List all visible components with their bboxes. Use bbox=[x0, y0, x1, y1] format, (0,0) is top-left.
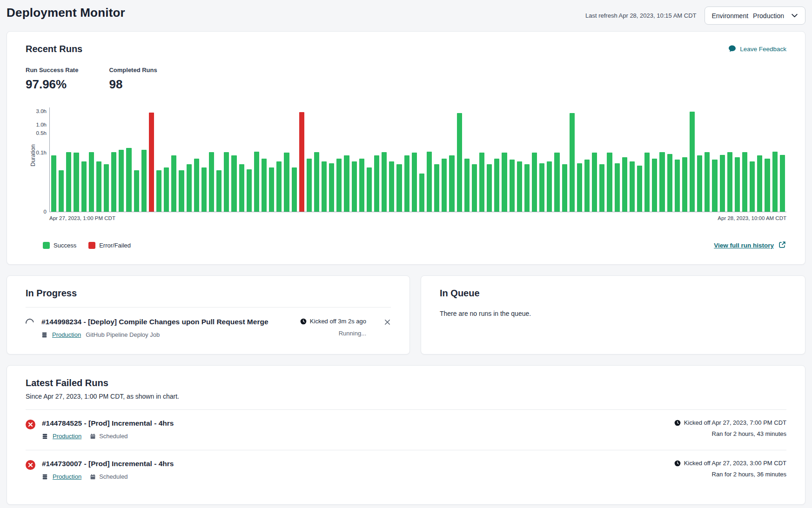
chart-bar-success[interactable] bbox=[502, 153, 507, 212]
chart-bar-success[interactable] bbox=[750, 161, 755, 212]
chart-bar-success[interactable] bbox=[404, 155, 409, 212]
chart-bar-success[interactable] bbox=[682, 157, 687, 212]
chart-bar-success[interactable] bbox=[329, 163, 334, 212]
chart-bar-success[interactable] bbox=[690, 112, 695, 212]
chart-bar-success[interactable] bbox=[652, 159, 657, 212]
chart-bar-success[interactable] bbox=[615, 163, 620, 212]
chart-bar-success[interactable] bbox=[126, 148, 131, 212]
chart-bar-success[interactable] bbox=[201, 167, 207, 212]
chart-bar-success[interactable] bbox=[187, 164, 192, 212]
chart-bar-success[interactable] bbox=[74, 153, 79, 212]
chart-bar-success[interactable] bbox=[344, 155, 349, 212]
chart-bar-success[interactable] bbox=[322, 161, 327, 212]
chart-bar-failed[interactable] bbox=[299, 112, 304, 212]
chart-bar-success[interactable] bbox=[359, 159, 364, 212]
chart-bar-success[interactable] bbox=[119, 150, 124, 212]
chart-bar-success[interactable] bbox=[352, 161, 357, 212]
chart-bar-success[interactable] bbox=[780, 155, 785, 212]
chart-bar-success[interactable] bbox=[412, 153, 417, 212]
chart-bar-success[interactable] bbox=[427, 152, 432, 212]
environment-dropdown[interactable]: Environment Production bbox=[705, 7, 805, 25]
chart-bar-success[interactable] bbox=[644, 153, 650, 212]
chart-bar-success[interactable] bbox=[735, 157, 740, 212]
chart-bar-success[interactable] bbox=[262, 159, 267, 212]
chart-bar-success[interactable] bbox=[727, 152, 732, 212]
chart-bar-success[interactable] bbox=[757, 155, 762, 212]
chart-bar-success[interactable] bbox=[224, 152, 229, 212]
chart-bar-success[interactable] bbox=[284, 153, 289, 212]
chart-bar-success[interactable] bbox=[599, 164, 604, 212]
chart-bar-success[interactable] bbox=[59, 170, 64, 212]
chart-bar-success[interactable] bbox=[637, 166, 642, 212]
chart-bar-success[interactable] bbox=[772, 152, 778, 212]
chart-bar-success[interactable] bbox=[164, 167, 169, 212]
chart-bar-success[interactable] bbox=[367, 167, 372, 212]
chart-bar-success[interactable] bbox=[705, 152, 710, 212]
chart-bar-success[interactable] bbox=[539, 163, 544, 212]
chart-bar-success[interactable] bbox=[449, 155, 454, 212]
chart-bar-success[interactable] bbox=[659, 152, 664, 212]
chart-bar-success[interactable] bbox=[532, 153, 537, 212]
chart-bar-success[interactable] bbox=[562, 164, 567, 212]
chart-bar-success[interactable] bbox=[517, 161, 522, 212]
chart-bar-success[interactable] bbox=[765, 159, 770, 212]
chart-bar-success[interactable] bbox=[216, 170, 221, 212]
chart-bar-success[interactable] bbox=[374, 155, 379, 212]
chart-bar-success[interactable] bbox=[104, 164, 109, 212]
environment-link[interactable]: Production bbox=[52, 331, 81, 338]
chart-bar-success[interactable] bbox=[622, 157, 627, 212]
chart-bar-success[interactable] bbox=[630, 161, 635, 212]
chart-bar-success[interactable] bbox=[382, 152, 387, 212]
chart-bar-success[interactable] bbox=[179, 170, 184, 212]
chart-bar-success[interactable] bbox=[307, 159, 312, 212]
chart-bar-success[interactable] bbox=[697, 155, 702, 212]
chart-bar-success[interactable] bbox=[434, 164, 439, 212]
close-icon[interactable] bbox=[384, 319, 391, 328]
chart-bar-success[interactable] bbox=[292, 167, 297, 212]
chart-bar-success[interactable] bbox=[269, 167, 274, 212]
environment-link[interactable]: Production bbox=[53, 473, 81, 480]
chart-bar-success[interactable] bbox=[239, 164, 244, 212]
view-full-run-history-link[interactable]: View full run history bbox=[714, 241, 786, 250]
chart-bar-success[interactable] bbox=[442, 159, 447, 212]
chart-bar-success[interactable] bbox=[472, 164, 477, 212]
chart-bar-success[interactable] bbox=[464, 159, 470, 212]
chart-bar-success[interactable] bbox=[111, 152, 116, 212]
chart-bar-success[interactable] bbox=[510, 160, 515, 212]
chart-bar-success[interactable] bbox=[524, 164, 530, 212]
chart-bar-success[interactable] bbox=[607, 153, 612, 212]
chart-bar-success[interactable] bbox=[231, 155, 236, 212]
chart-bar-success[interactable] bbox=[134, 170, 139, 212]
chart-bar-success[interactable] bbox=[171, 155, 176, 212]
chart-bar-success[interactable] bbox=[570, 113, 575, 212]
chart-bar-success[interactable] bbox=[247, 169, 252, 212]
chart-bar-success[interactable] bbox=[419, 174, 424, 212]
chart-bar-success[interactable] bbox=[396, 164, 402, 212]
chart-bar-success[interactable] bbox=[81, 161, 87, 212]
chart-bar-success[interactable] bbox=[494, 159, 499, 212]
chart-bar-success[interactable] bbox=[96, 161, 101, 212]
chart-bar-failed[interactable] bbox=[149, 113, 154, 212]
chart-bar-success[interactable] bbox=[194, 159, 199, 212]
chart-bar-success[interactable] bbox=[209, 152, 214, 212]
chart-bar-success[interactable] bbox=[712, 160, 717, 212]
leave-feedback-link[interactable]: Leave Feedback bbox=[728, 45, 786, 54]
chart-bar-success[interactable] bbox=[141, 150, 147, 212]
chart-bar-success[interactable] bbox=[584, 160, 590, 212]
chart-bar-success[interactable] bbox=[547, 161, 552, 212]
chart-bar-success[interactable] bbox=[742, 152, 747, 212]
chart-bar-success[interactable] bbox=[314, 152, 319, 212]
chart-bar-success[interactable] bbox=[720, 155, 725, 212]
chart-bar-success[interactable] bbox=[254, 152, 259, 212]
chart-bar-success[interactable] bbox=[667, 154, 672, 212]
chart-bar-success[interactable] bbox=[577, 163, 582, 212]
chart-bar-success[interactable] bbox=[487, 164, 492, 212]
chart-bar-success[interactable] bbox=[457, 113, 462, 212]
chart-bar-success[interactable] bbox=[554, 153, 559, 212]
chart-bar-success[interactable] bbox=[51, 155, 56, 212]
chart-bar-success[interactable] bbox=[592, 153, 597, 212]
chart-bar-success[interactable] bbox=[89, 152, 94, 212]
chart-bar-success[interactable] bbox=[156, 170, 161, 212]
chart-bar-success[interactable] bbox=[389, 161, 394, 212]
chart-bar-success[interactable] bbox=[479, 153, 484, 212]
